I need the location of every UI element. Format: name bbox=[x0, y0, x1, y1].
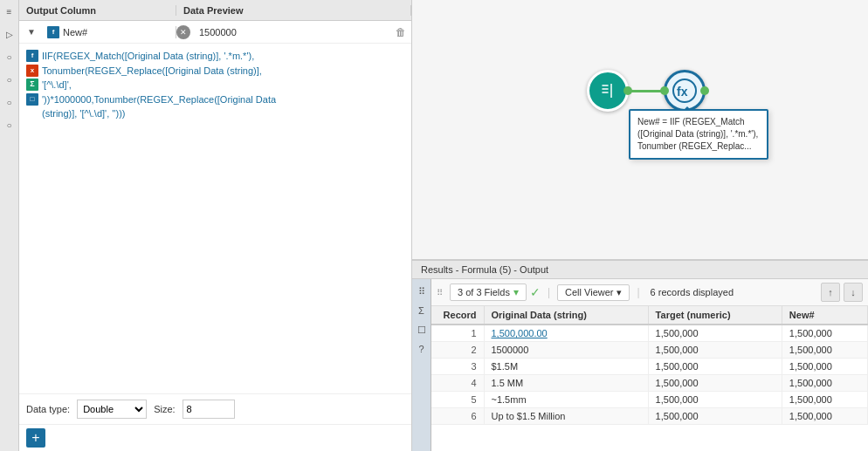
add-field-button[interactable]: + bbox=[26, 428, 45, 448]
drag-icon[interactable]: ⠿ bbox=[415, 284, 429, 298]
input-node-output-dot bbox=[623, 86, 632, 95]
table-row: 215000001,500,0001,500,000 bbox=[431, 342, 868, 359]
chevron-icon[interactable]: ▼ bbox=[19, 27, 44, 37]
results-table-wrap: Record Original Data (string) Target (nu… bbox=[431, 306, 868, 451]
datatype-row: Data type: Double Integer String Size: bbox=[19, 393, 411, 424]
formula-text-2: Tonumber(REGEX_Replace([Original Data (s… bbox=[42, 64, 262, 79]
table-header-row: Record Original Data (string) Target (nu… bbox=[431, 306, 868, 325]
formula-line-4: □ '))*1000000,Tonumber(REGEX_Replace([Or… bbox=[26, 92, 404, 107]
field-name-cell: f bbox=[44, 26, 176, 38]
results-with-icons: ⠿ Σ ☐ ? ⠿ 3 of 3 Fields ▾ ✓ | Cell Viewe… bbox=[412, 279, 868, 451]
cell-record: 4 bbox=[431, 375, 484, 392]
cell-viewer-chevron: ▾ bbox=[617, 287, 622, 298]
cell-original-data: 1.5 MM bbox=[484, 375, 648, 392]
svg-text:fx: fx bbox=[677, 85, 688, 99]
formula-line-3: Σ '[^\.\d]', bbox=[26, 78, 404, 92]
cell-original-data: 1500000 bbox=[484, 342, 648, 359]
results-header: Results - Formula (5) - Output bbox=[412, 261, 868, 279]
cell-viewer-button[interactable]: Cell Viewer ▾ bbox=[557, 284, 630, 301]
formula-text-1: IIF(REGEX_Match([Original Data (string)]… bbox=[42, 49, 254, 64]
cell-target: 1,500,000 bbox=[648, 375, 782, 392]
field-row: ▼ f ✕ 1500000 🗑 bbox=[19, 21, 411, 44]
cell-record: 5 bbox=[431, 392, 484, 408]
separator-1: | bbox=[548, 286, 550, 298]
checkbox-side-icon[interactable]: ☐ bbox=[415, 323, 429, 337]
cell-original-data[interactable]: 1,500,000.00 bbox=[484, 325, 648, 342]
cell-target: 1,500,000 bbox=[648, 359, 782, 375]
sidebar-icon-3[interactable]: ○ bbox=[2, 49, 17, 65]
results-panel: Results - Formula (5) - Output ⠿ Σ ☐ ? ⠿… bbox=[412, 259, 868, 451]
spacer-icon bbox=[26, 107, 38, 120]
results-table: Record Original Data (string) Target (nu… bbox=[431, 306, 868, 425]
cell-viewer-label: Cell Viewer bbox=[565, 287, 613, 297]
iif-icon: f bbox=[26, 50, 38, 62]
right-panel: fx New# = IIF (REGEX_Match ([Original Da… bbox=[412, 0, 868, 451]
field-type-icon: f bbox=[47, 26, 59, 38]
cell-record: 3 bbox=[431, 359, 484, 375]
field-name-input[interactable] bbox=[63, 27, 183, 38]
input-node[interactable] bbox=[587, 70, 629, 112]
separator-2: | bbox=[637, 286, 639, 298]
results-side-icons: ⠿ Σ ☐ ? bbox=[412, 279, 431, 451]
formula-text-5: (string)], '[^\.\d]', ''))) bbox=[42, 106, 125, 121]
cell-record: 1 bbox=[431, 325, 484, 342]
question-side-icon[interactable]: ? bbox=[415, 342, 429, 356]
cell-new-hash: 1,500,000 bbox=[782, 359, 867, 375]
col-header-original-data: Original Data (string) bbox=[484, 306, 648, 325]
scroll-up-button[interactable]: ↑ bbox=[821, 283, 840, 302]
cell-target: 1,500,000 bbox=[648, 392, 782, 408]
datatype-select[interactable]: Double Integer String bbox=[77, 400, 147, 419]
svg-rect-0 bbox=[599, 82, 617, 99]
scroll-down-button[interactable]: ↓ bbox=[844, 283, 863, 302]
delete-field-button[interactable]: 🗑 bbox=[390, 26, 411, 38]
table-row: 5~1.5mm1,500,0001,500,000 bbox=[431, 392, 868, 408]
records-count-label: 6 records displayed bbox=[651, 287, 734, 297]
box-icon: □ bbox=[26, 93, 38, 106]
cell-new-hash: 1,500,000 bbox=[782, 342, 867, 359]
connector-line bbox=[629, 90, 664, 92]
cell-target: 1,500,000 bbox=[648, 325, 782, 342]
add-field-row: + bbox=[19, 424, 411, 451]
col-header-new-hash: New# bbox=[782, 306, 867, 325]
sigma-side-icon[interactable]: Σ bbox=[415, 304, 429, 318]
col-header-target: Target (numeric) bbox=[648, 306, 782, 325]
table-row: 3$1.5M1,500,0001,500,000 bbox=[431, 359, 868, 375]
sidebar-icon-5[interactable]: ○ bbox=[2, 94, 17, 110]
size-input[interactable] bbox=[183, 400, 235, 419]
clear-field-button[interactable]: ✕ bbox=[176, 25, 190, 39]
table-row: 6Up to $1.5 Million1,500,0001,500,000 bbox=[431, 408, 868, 425]
sidebar-icon-6[interactable]: ○ bbox=[2, 117, 17, 133]
sidebar-icon-4[interactable]: ○ bbox=[2, 72, 17, 87]
preview-value: 1500000 bbox=[194, 27, 390, 38]
fields-label: 3 of 3 Fields bbox=[458, 287, 510, 297]
output-column-header: Output Column bbox=[19, 5, 176, 16]
table-row: 11,500,000.001,500,0001,500,000 bbox=[431, 325, 868, 342]
formula-node-input-dot bbox=[660, 86, 669, 95]
cell-record: 6 bbox=[431, 408, 484, 425]
data-preview-header: Data Preview bbox=[176, 5, 411, 16]
fields-filter-button[interactable]: 3 of 3 Fields ▾ bbox=[450, 284, 527, 301]
cell-target: 1,500,000 bbox=[648, 342, 782, 359]
sidebar-icon-1[interactable]: ≡ bbox=[2, 3, 17, 19]
cell-new-hash: 1,500,000 bbox=[782, 325, 867, 342]
x-icon: x bbox=[26, 65, 38, 77]
cell-original-data: ~1.5mm bbox=[484, 392, 648, 408]
formula-line-5: (string)], '[^\.\d]', ''))) bbox=[26, 106, 404, 121]
node-tooltip: New# = IIF (REGEX_Match ([Original Data … bbox=[629, 109, 768, 160]
cell-new-hash: 1,500,000 bbox=[782, 375, 867, 392]
input-node-icon bbox=[587, 70, 629, 112]
size-label: Size: bbox=[154, 404, 175, 414]
formula-line-2: x Tonumber(REGEX_Replace([Original Data … bbox=[26, 64, 404, 79]
cell-original-data: $1.5M bbox=[484, 359, 648, 375]
panel-header: Output Column Data Preview bbox=[19, 0, 411, 21]
formula-display-area: f IIF(REGEX_Match([Original Data (string… bbox=[19, 44, 411, 393]
datatype-label: Data type: bbox=[26, 404, 70, 414]
cell-target: 1,500,000 bbox=[648, 408, 782, 425]
results-toolbar: ⠿ 3 of 3 Fields ▾ ✓ | Cell Viewer ▾ | 6 … bbox=[431, 279, 868, 306]
left-icon-sidebar: ≡ ▷ ○ ○ ○ ○ bbox=[0, 0, 19, 451]
formula-text-4: '))*1000000,Tonumber(REGEX_Replace([Orig… bbox=[42, 92, 276, 107]
cell-new-hash: 1,500,000 bbox=[782, 408, 867, 425]
sidebar-icon-2[interactable]: ▷ bbox=[2, 26, 17, 42]
canvas-area: fx New# = IIF (REGEX_Match ([Original Da… bbox=[412, 0, 868, 259]
col-header-record: Record bbox=[431, 306, 484, 325]
